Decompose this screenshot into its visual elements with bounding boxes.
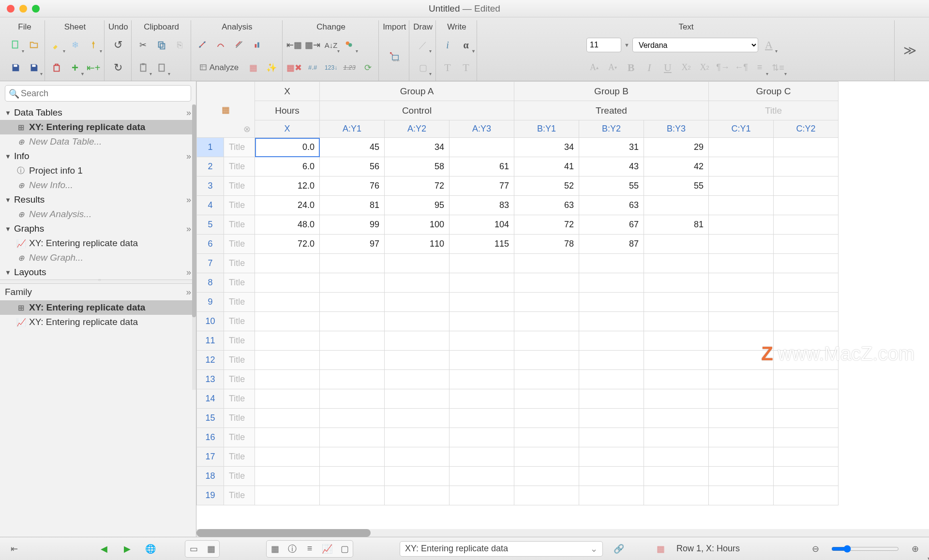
decrease-font-button[interactable]: A▾ xyxy=(605,60,620,75)
italic-button[interactable]: I xyxy=(642,60,657,75)
data-cell[interactable] xyxy=(514,370,579,389)
data-cell[interactable] xyxy=(255,331,320,351)
data-cell[interactable]: 63 xyxy=(579,196,644,215)
font-color-button[interactable]: A xyxy=(761,37,777,53)
data-cell[interactable] xyxy=(709,447,774,467)
data-cell[interactable]: 24.0 xyxy=(255,196,320,215)
change-btn-strike[interactable]: 1.23 xyxy=(342,60,357,75)
row-number[interactable]: 16 xyxy=(197,428,224,447)
text-tool-button[interactable]: T xyxy=(440,60,455,75)
data-cell[interactable] xyxy=(774,293,839,312)
next-sheet-button[interactable]: ▶ xyxy=(120,542,135,556)
linked-layout-button[interactable]: ▢ xyxy=(337,542,352,556)
analysis-options-button[interactable]: ▦ xyxy=(245,60,261,75)
data-cell[interactable]: 48.0 xyxy=(255,215,320,235)
data-cell[interactable] xyxy=(774,215,839,235)
row-number[interactable]: 8 xyxy=(197,273,224,293)
data-cell[interactable] xyxy=(255,370,320,389)
data-cell[interactable] xyxy=(644,428,709,447)
draw-line-button[interactable]: ／ xyxy=(415,37,431,53)
row-title-cell[interactable]: Title xyxy=(224,254,255,273)
data-cell[interactable] xyxy=(385,428,450,447)
data-cell[interactable]: 72.0 xyxy=(255,235,320,254)
sort-button[interactable]: A↓Z xyxy=(323,37,339,53)
data-cell[interactable] xyxy=(385,254,450,273)
row-title-cell[interactable]: Title xyxy=(224,428,255,447)
data-cell[interactable] xyxy=(579,273,644,293)
data-cell[interactable] xyxy=(644,331,709,351)
data-cell[interactable]: 58 xyxy=(385,157,450,177)
data-cell[interactable] xyxy=(709,196,774,215)
data-cell[interactable] xyxy=(450,331,514,351)
data-cell[interactable] xyxy=(709,235,774,254)
snowflake-icon[interactable]: ❄ xyxy=(67,37,83,53)
data-cell[interactable] xyxy=(320,254,385,273)
data-cell[interactable] xyxy=(450,312,514,331)
data-cell[interactable] xyxy=(385,312,450,331)
data-cell[interactable] xyxy=(320,447,385,467)
analysis-btn-4[interactable] xyxy=(250,37,266,53)
font-size-input[interactable] xyxy=(586,38,621,52)
data-cell[interactable] xyxy=(255,312,320,331)
data-cell[interactable] xyxy=(579,447,644,467)
data-cell[interactable] xyxy=(579,467,644,486)
data-cell[interactable] xyxy=(709,157,774,177)
nav-item[interactable]: ⊕New Analysis... xyxy=(0,207,196,221)
data-cell[interactable]: 0.0 xyxy=(255,138,320,157)
data-cell[interactable]: 100 xyxy=(385,215,450,235)
data-cell[interactable]: 81 xyxy=(320,196,385,215)
data-cell[interactable] xyxy=(255,351,320,370)
data-cell[interactable] xyxy=(514,447,579,467)
data-cell[interactable] xyxy=(709,370,774,389)
nav-section-header[interactable]: ▼Info» xyxy=(0,149,196,163)
toolbar-overflow-button[interactable]: ≫ xyxy=(896,20,924,81)
group-header[interactable]: Group C xyxy=(709,82,839,101)
row-number[interactable]: 7 xyxy=(197,254,224,273)
data-cell[interactable]: 78 xyxy=(514,235,579,254)
data-cell[interactable] xyxy=(709,138,774,157)
data-cell[interactable] xyxy=(450,273,514,293)
row-number[interactable]: 14 xyxy=(197,389,224,409)
data-cell[interactable] xyxy=(579,370,644,389)
data-cell[interactable] xyxy=(255,409,320,428)
data-cell[interactable] xyxy=(709,293,774,312)
row-title-cell[interactable]: Title xyxy=(224,157,255,177)
data-cell[interactable] xyxy=(255,486,320,505)
data-cell[interactable]: 67 xyxy=(579,215,644,235)
change-btn-5[interactable]: ▦✖ xyxy=(286,60,302,75)
linked-graph-button[interactable]: 📈 xyxy=(320,542,334,556)
data-cell[interactable] xyxy=(450,370,514,389)
underline-button[interactable]: U xyxy=(660,60,675,75)
data-cell[interactable] xyxy=(450,293,514,312)
data-cell[interactable] xyxy=(320,467,385,486)
draw-shape-button[interactable]: ▢ xyxy=(415,60,431,75)
change-color-button[interactable] xyxy=(342,37,357,53)
group-subheader[interactable]: Title xyxy=(709,101,839,120)
refresh-button[interactable]: ⟳ xyxy=(360,60,375,75)
data-cell[interactable] xyxy=(774,254,839,273)
data-cell[interactable] xyxy=(385,447,450,467)
column-id[interactable]: B:Y1 xyxy=(514,120,579,138)
data-cell[interactable] xyxy=(514,293,579,312)
data-cell[interactable] xyxy=(385,293,450,312)
data-cell[interactable] xyxy=(644,254,709,273)
nav-item[interactable]: 📈XY: Entering replicate data xyxy=(0,236,196,251)
table-corner-icon[interactable]: ▦ xyxy=(222,105,230,115)
data-cell[interactable]: 29 xyxy=(644,138,709,157)
data-cell[interactable]: 72 xyxy=(514,215,579,235)
data-cell[interactable] xyxy=(514,331,579,351)
analyze-button[interactable]: Analyze xyxy=(195,60,242,75)
data-cell[interactable] xyxy=(709,254,774,273)
format-number-button[interactable]: #.# xyxy=(305,60,320,75)
data-cell[interactable] xyxy=(514,428,579,447)
row-title-cell[interactable]: Title xyxy=(224,215,255,235)
data-cell[interactable] xyxy=(709,215,774,235)
linked-results-button[interactable]: ≡ xyxy=(302,542,317,556)
row-number[interactable]: 18 xyxy=(197,467,224,486)
data-cell[interactable]: 77 xyxy=(450,177,514,196)
nav-section-header[interactable]: ▼Data Tables» xyxy=(0,105,196,120)
copy-button[interactable] xyxy=(154,37,169,53)
search-input[interactable] xyxy=(5,85,191,102)
global-view-button[interactable]: 🌐 xyxy=(143,542,158,556)
zoom-slider[interactable] xyxy=(831,545,899,553)
